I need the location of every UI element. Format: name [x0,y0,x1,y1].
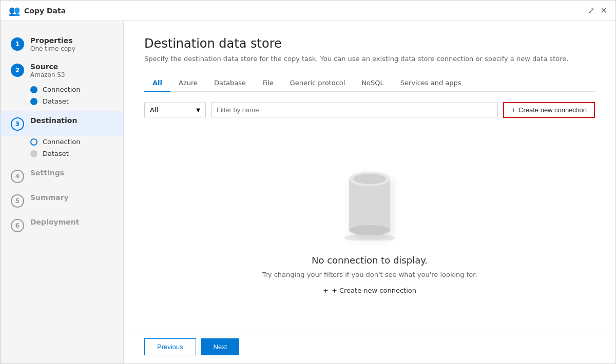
tab-file[interactable]: File [254,75,282,92]
right-panel: Destination data store Specify the desti… [124,21,615,330]
empty-state-description: Try changing your filters if you don't s… [262,271,477,278]
tabs-bar: All Azure Database File Generic protocol… [144,75,595,92]
dest-dataset-label: Dataset [43,150,69,157]
close-icon[interactable]: ✕ [601,6,607,15]
dest-connection-dot [30,138,37,146]
step-4-circle: 4 [11,170,24,183]
copy-data-window: 👥 Copy Data ⤢ ✕ 1 Properties One time co… [0,0,616,364]
step-2-sublabel: Amazon S3 [30,71,65,78]
filter-input[interactable] [211,103,498,117]
create-new-connection-button[interactable]: + Create new connection [503,102,595,118]
step-5-circle: 5 [11,194,24,208]
sidebar-item-settings[interactable]: 4 Settings [1,164,123,188]
svg-point-2 [349,225,390,235]
dest-connection-label: Connection [43,138,81,146]
tab-azure[interactable]: Azure [170,75,206,92]
step-1-label: Properties [30,36,75,45]
main-content: 1 Properties One time copy 2 Source Amaz… [1,21,615,363]
empty-plus-icon: + [323,287,329,294]
tab-database[interactable]: Database [206,75,254,92]
sidebar-item-source[interactable]: 2 Source Amazon S3 [1,57,123,84]
footer: Previous Next [124,330,615,363]
source-connection-dot [30,86,37,93]
next-button[interactable]: Next [201,338,240,355]
window-title: Copy Data [24,7,588,15]
right-area: Destination data store Specify the desti… [124,21,615,363]
step-2-text: Source Amazon S3 [30,63,65,78]
source-connection-item[interactable]: Connection [30,84,123,95]
tab-services-apps[interactable]: Services and apps [392,75,470,92]
dest-dataset-dot [30,150,37,157]
dest-dataset-item[interactable]: Dataset [30,148,123,159]
empty-state: No connection to display. Try changing y… [144,133,595,319]
tab-generic-protocol[interactable]: Generic protocol [282,75,354,92]
step-1-sublabel: One time copy [30,45,75,52]
expand-icon[interactable]: ⤢ [588,6,594,15]
step-2-circle: 2 [11,64,24,77]
tab-nosql[interactable]: NoSQL [353,75,392,92]
step-3-label: Destination [30,116,77,125]
filter-select-value: All [150,106,158,114]
tab-all[interactable]: All [144,75,170,92]
sidebar-item-destination[interactable]: 3 Destination [1,111,123,136]
step-4-label: Settings [30,169,64,177]
page-description: Specify the destination data store for t… [144,55,595,63]
source-dataset-label: Dataset [43,97,69,105]
step-3-text: Destination [30,116,77,125]
previous-button[interactable]: Previous [144,338,196,355]
copy-data-icon: 👥 [9,5,20,16]
step-3-circle: 3 [11,117,24,131]
sidebar-item-deployment[interactable]: 6 Deployment [1,213,123,237]
step-5-label: Summary [30,193,69,201]
step-3-subitems: Connection Dataset [1,136,123,164]
filter-select[interactable]: All ▼ [144,103,206,117]
create-btn-label: Create new connection [518,106,587,114]
sidebar: 1 Properties One time copy 2 Source Amaz… [1,21,124,363]
svg-rect-1 [349,179,390,230]
title-bar: 👥 Copy Data ⤢ ✕ [1,1,615,21]
step-2-label: Source [30,63,65,71]
sidebar-item-summary[interactable]: 5 Summary [1,188,123,213]
source-dataset-item[interactable]: Dataset [30,95,123,107]
plus-icon: + [511,106,515,114]
window-controls: ⤢ ✕ [588,6,607,15]
step-2-subitems: Connection Dataset [1,84,123,111]
empty-state-title: No connection to display. [312,255,428,266]
source-dataset-dot [30,98,37,105]
step-6-text: Deployment [30,218,79,226]
filter-row: All ▼ + Create new connection [144,102,595,118]
step-6-label: Deployment [30,218,79,226]
svg-point-4 [353,174,386,184]
step-6-circle: 6 [11,219,24,232]
page-title: Destination data store [144,36,595,51]
step-1-text: Properties One time copy [30,36,75,52]
empty-create-connection-link[interactable]: + + Create new connection [323,287,416,294]
step-1-circle: 1 [11,37,24,51]
empty-create-label: + Create new connection [332,287,416,294]
cylinder-illustration [334,158,406,242]
dest-connection-item[interactable]: Connection [30,136,123,148]
step-4-text: Settings [30,169,64,177]
step-5-text: Summary [30,193,69,201]
chevron-down-icon: ▼ [196,107,200,113]
source-connection-label: Connection [43,86,81,93]
sidebar-item-properties[interactable]: 1 Properties One time copy [1,31,123,57]
